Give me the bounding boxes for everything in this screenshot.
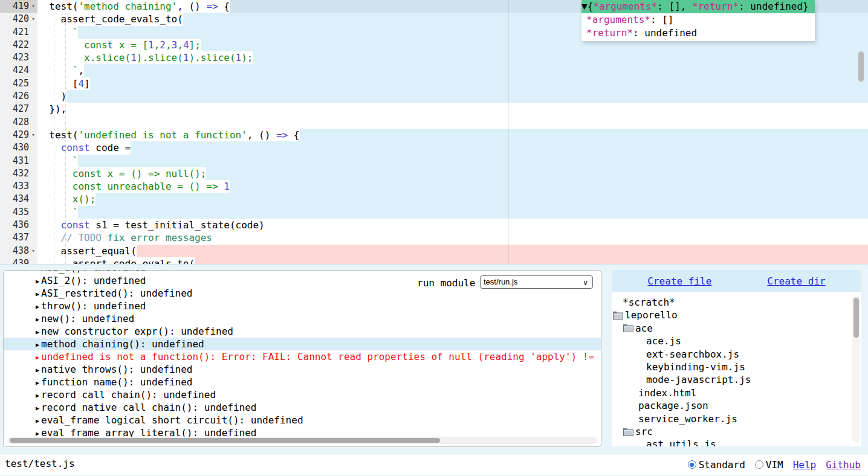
expand-arrow-icon[interactable]: ▶ (36, 367, 39, 373)
code-line[interactable]: 430 const code = (0, 141, 868, 154)
test-result-row[interactable]: ▶eval_frame logical short circuit(): und… (4, 414, 601, 426)
tree-folder-row[interactable]: src (612, 425, 861, 438)
line-number[interactable]: 427 (0, 103, 37, 115)
token: 'method chaining' (78, 0, 177, 13)
expand-arrow-icon[interactable]: ▶ (36, 405, 39, 411)
line-number[interactable]: 424 (0, 64, 37, 77)
code-line[interactable]: 435 ` (0, 206, 868, 219)
expand-arrow-icon[interactable]: ▶ (36, 430, 39, 437)
fold-arrow-icon[interactable]: ▾ (29, 245, 37, 257)
line-number[interactable]: 434 (0, 193, 37, 205)
tree-file-row[interactable]: keybinding-vim.js (612, 361, 861, 373)
test-result-row[interactable]: ▶native throws(): undefined (4, 363, 601, 376)
tree-file-row[interactable]: ext-searchbox.js (612, 348, 861, 361)
code-line[interactable]: 438▾ assert_equal( (0, 245, 868, 257)
tree-file-row[interactable]: ast_utils.js (612, 438, 861, 446)
code-line[interactable]: 434 x(); (0, 193, 868, 205)
tree-folder-row[interactable]: leporello (612, 309, 861, 321)
code-line[interactable]: 423 x.slice(1).slice(1).slice(1); (0, 51, 868, 64)
code-line[interactable]: 433 const unreachable = () => 1 (0, 180, 868, 193)
create-dir-link[interactable]: Create dir (767, 275, 825, 287)
code-line[interactable]: 439 assert_code_evals_to( (0, 257, 868, 265)
code-line[interactable]: 424 `, (0, 64, 868, 77)
results-horizontal-scrollbar-thumb[interactable] (10, 438, 440, 443)
test-result-row[interactable]: ▶method chaining(): undefined (4, 338, 601, 350)
line-number[interactable]: 423 (0, 51, 37, 64)
test-result-row[interactable]: ▶new constructor expr(): undefined (4, 325, 601, 338)
code-line[interactable]: 427 }), (0, 103, 868, 115)
fold-arrow-icon[interactable]: ▾ (29, 129, 37, 141)
line-number[interactable]: 431 (0, 155, 37, 167)
expand-arrow-icon[interactable]: ▶ (36, 303, 39, 310)
line-number[interactable]: 428 (0, 116, 37, 129)
line-number[interactable]: 438▾ (0, 245, 37, 257)
mode-standard[interactable]: Standard (688, 459, 745, 471)
line-number[interactable]: 426 (0, 90, 37, 103)
token: test( (37, 129, 78, 141)
expand-arrow-icon[interactable]: ▶ (36, 392, 39, 399)
expand-arrow-icon[interactable]: ▶ (36, 329, 39, 335)
github-link[interactable]: Github (826, 459, 861, 471)
fold-arrow-icon[interactable]: ▾ (29, 0, 37, 13)
tooltip-header[interactable]: ▼{*arguments*: [], *return*: undefined} (581, 0, 815, 13)
line-number[interactable]: 439 (0, 257, 37, 265)
line-number[interactable]: 421 (0, 26, 37, 39)
code-line[interactable]: 432 const x = () => null(); (0, 167, 868, 180)
code-line[interactable]: 436 const s1 = test_initial_state(code) (0, 219, 868, 231)
line-number[interactable]: 433 (0, 180, 37, 193)
line-number[interactable]: 420▾ (0, 13, 37, 25)
line-number[interactable]: 425 (0, 77, 37, 90)
expand-arrow-icon[interactable]: ▶ (36, 354, 39, 361)
run-module-select[interactable]: test/run.js ∨ (480, 275, 593, 289)
results-horizontal-scrollbar-track[interactable] (7, 437, 597, 444)
code-line[interactable]: 426 ) (0, 90, 868, 103)
file-tree-scrollbar-thumb[interactable] (853, 298, 859, 338)
tree-file-row[interactable]: package.json (612, 399, 861, 412)
line-number[interactable]: 419▾ (0, 0, 37, 13)
editor-vertical-scrollbar[interactable] (858, 51, 864, 82)
test-result-row[interactable]: ▶record call chain(): undefined (4, 388, 601, 401)
test-result-row[interactable]: ▶record native call chain(): undefined (4, 401, 601, 414)
tooltip-row[interactable]: *arguments*: [] (581, 13, 815, 27)
line-number[interactable]: 432 (0, 167, 37, 180)
line-number[interactable]: 430 (0, 141, 37, 154)
test-result-row[interactable]: ▶throw(): undefined (4, 300, 601, 312)
expand-arrow-icon[interactable]: ▶ (36, 316, 39, 323)
test-result-row[interactable]: ▶new(): undefined (4, 312, 601, 325)
tree-folder-row[interactable]: ace (612, 322, 861, 335)
tooltip-row[interactable]: *return*: undefined (581, 27, 815, 40)
expand-arrow-icon[interactable]: ▶ (36, 278, 39, 285)
token (37, 180, 61, 193)
code-line[interactable]: 425 [4] (0, 77, 868, 90)
test-results-panel[interactable]: ▶ASI_1(): undefined ▶ASI_2(): undefined▶… (3, 270, 601, 447)
mode-vim[interactable]: VIM (755, 459, 783, 471)
expand-arrow-icon[interactable]: ▶ (36, 291, 39, 297)
tree-file-row[interactable]: mode-javascript.js (612, 373, 861, 386)
tree-file-row[interactable]: ace.js (612, 335, 861, 347)
test-result-row[interactable]: ▶ASI_restrited(): undefined (4, 287, 601, 300)
expand-arrow-icon[interactable]: ▶ (36, 379, 39, 386)
line-number[interactable]: 422 (0, 39, 37, 51)
create-file-link[interactable]: Create file (647, 275, 711, 287)
test-result-row[interactable]: ▶function name(): undefined (4, 376, 601, 388)
standard-radio[interactable] (688, 460, 696, 469)
help-link[interactable]: Help (793, 459, 817, 471)
code-line-text: // TODO fix error messages (37, 231, 868, 244)
line-number[interactable]: 437 (0, 231, 37, 244)
expand-arrow-icon[interactable]: ▶ (36, 341, 39, 348)
test-result-row[interactable]: ▶undefined is not a function(): Error: F… (4, 350, 601, 363)
code-line[interactable]: 428 (0, 116, 868, 129)
code-line[interactable]: 429▾ test('undefined is not a function',… (0, 129, 868, 141)
code-line[interactable]: 437 // TODO fix error messages (0, 231, 868, 244)
line-number[interactable]: 436 (0, 219, 37, 231)
file-tree-panel[interactable]: Create file Create dir *scratch*leporell… (612, 270, 861, 446)
line-number[interactable]: 429▾ (0, 129, 37, 141)
vim-radio[interactable] (755, 460, 763, 469)
expand-arrow-icon[interactable]: ▶ (36, 417, 39, 424)
fold-arrow-icon[interactable]: ▾ (29, 13, 37, 25)
tree-file-row[interactable]: *scratch* (612, 296, 861, 309)
code-line[interactable]: 431 ` (0, 155, 868, 167)
tree-file-row[interactable]: index.html (612, 387, 861, 399)
tree-file-row[interactable]: service_worker.js (612, 413, 861, 425)
line-number[interactable]: 435 (0, 206, 37, 219)
